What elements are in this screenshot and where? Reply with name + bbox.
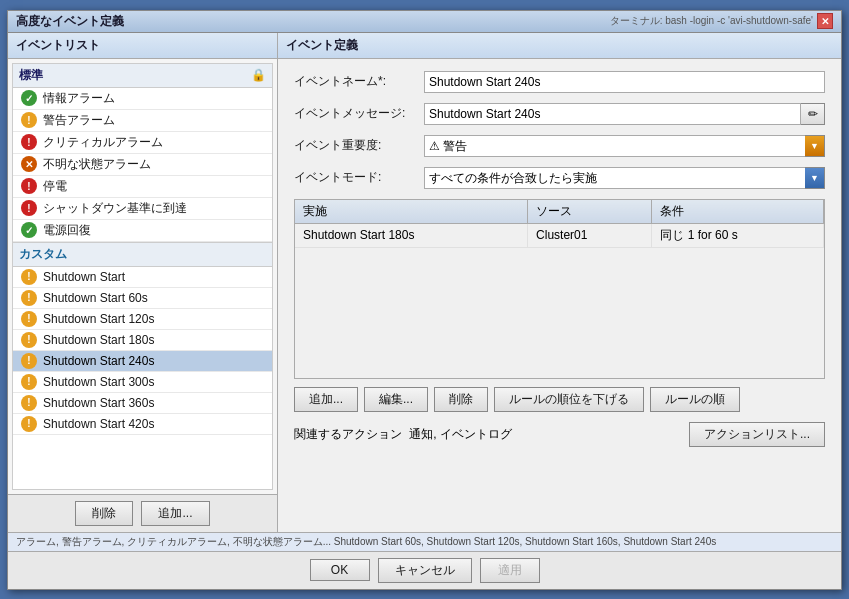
dialog-footer-area: アラーム, 警告アラーム, クリティカルアラーム, 不明な状態アラーム... S… bbox=[8, 532, 841, 589]
right-panel: イベント定義 イベントネーム*: イベントメッセージ: ✏ bbox=[278, 33, 841, 532]
status-bar: アラーム, 警告アラーム, クリティカルアラーム, 不明な状態アラーム... S… bbox=[8, 532, 841, 551]
shutdown-start-120-label: Shutdown Start 120s bbox=[43, 312, 154, 326]
shutdown-start-240-icon: ! bbox=[21, 353, 37, 369]
info-alarm-label: 情報アラーム bbox=[43, 90, 115, 107]
shutdown-start-300-label: Shutdown Start 300s bbox=[43, 375, 154, 389]
left-panel-header: イベントリスト bbox=[8, 33, 277, 59]
rule-action: Shutdown Start 180s bbox=[295, 223, 528, 247]
shutdown-start-180-label: Shutdown Start 180s bbox=[43, 333, 154, 347]
shutdown-start-420-icon: ! bbox=[21, 416, 37, 432]
rules-header-condition: 条件 bbox=[652, 200, 824, 224]
rule-source: Cluster01 bbox=[528, 223, 652, 247]
add-rule-button[interactable]: 追加... bbox=[294, 387, 358, 412]
event-mode-label: イベントモード: bbox=[294, 169, 424, 186]
dialog-footer: OK キャンセル 適用 bbox=[8, 551, 841, 589]
dialog-body: イベントリスト 標準 🔒 ✓ 情報アラーム ! 警告アラーム ! クリティカルア bbox=[8, 33, 841, 532]
unknown-alarm-icon: ✕ bbox=[21, 156, 37, 172]
cancel-button[interactable]: キャンセル bbox=[378, 558, 472, 583]
event-severity-row: イベント重要度: ⚠ 警告 情報 クリティカル ▼ bbox=[294, 135, 825, 157]
rule-action-buttons: 追加... 編集... 削除 ルールの順位を下げる ルールの順 bbox=[294, 387, 825, 412]
shutdown-start-360-icon: ! bbox=[21, 395, 37, 411]
list-item-shutdown-start-360[interactable]: ! Shutdown Start 360s bbox=[13, 393, 272, 414]
critical-alarm-icon: ! bbox=[21, 134, 37, 150]
rules-header-action: 実施 bbox=[295, 200, 528, 224]
event-name-input[interactable] bbox=[424, 71, 825, 93]
action-list-button[interactable]: アクションリスト... bbox=[689, 422, 825, 447]
raise-priority-button[interactable]: ルールの順 bbox=[650, 387, 740, 412]
list-item-unknown-alarm[interactable]: ✕ 不明な状態アラーム bbox=[13, 154, 272, 176]
list-item-shutdown-start-180[interactable]: ! Shutdown Start 180s bbox=[13, 330, 272, 351]
rules-table-container: 実施 ソース 条件 Shutdown Start 180s Cluster01 … bbox=[294, 199, 825, 379]
event-message-input[interactable] bbox=[424, 103, 801, 125]
terminal-text: ターミナル: bash -login -c 'avi-shutdown-safe… bbox=[610, 14, 813, 28]
related-actions-row: 関連するアクション 通知, イベントログ アクションリスト... bbox=[294, 422, 825, 447]
title-bar-right: ターミナル: bash -login -c 'avi-shutdown-safe… bbox=[610, 13, 833, 29]
add-event-button[interactable]: 追加... bbox=[141, 501, 209, 526]
edit-rule-button[interactable]: 編集... bbox=[364, 387, 428, 412]
event-severity-select-wrapper: ⚠ 警告 情報 クリティカル ▼ bbox=[424, 135, 825, 157]
shutdown-start-180-icon: ! bbox=[21, 332, 37, 348]
power-restore-icon: ✓ bbox=[21, 222, 37, 238]
shutdown-start-300-icon: ! bbox=[21, 374, 37, 390]
shutdown-start-60-label: Shutdown Start 60s bbox=[43, 291, 148, 305]
list-item-shutdown-threshold[interactable]: ! シャットダウン基準に到達 bbox=[13, 198, 272, 220]
shutdown-start-360-label: Shutdown Start 360s bbox=[43, 396, 154, 410]
close-button[interactable]: ✕ bbox=[817, 13, 833, 29]
left-panel-footer: 削除 追加... bbox=[8, 494, 277, 532]
title-bar: 高度なイベント定義 ターミナル: bash -login -c 'avi-shu… bbox=[8, 11, 841, 33]
standard-label: 標準 bbox=[19, 67, 43, 84]
list-item-critical-alarm[interactable]: ! クリティカルアラーム bbox=[13, 132, 272, 154]
shutdown-threshold-icon: ! bbox=[21, 200, 37, 216]
event-mode-select-wrapper: すべての条件が合致したら実施 いずれかの条件が合致したら実施 ▼ bbox=[424, 167, 825, 189]
delete-rule-button[interactable]: 削除 bbox=[434, 387, 488, 412]
event-severity-select[interactable]: ⚠ 警告 情報 クリティカル bbox=[424, 135, 825, 157]
event-name-row: イベントネーム*: bbox=[294, 71, 825, 93]
apply-button[interactable]: 適用 bbox=[480, 558, 540, 583]
table-row[interactable]: Shutdown Start 180s Cluster01 同じ 1 for 6… bbox=[295, 223, 824, 247]
shutdown-start-label: Shutdown Start bbox=[43, 270, 125, 284]
event-severity-label: イベント重要度: bbox=[294, 137, 424, 154]
event-mode-select[interactable]: すべての条件が合致したら実施 いずれかの条件が合致したら実施 bbox=[424, 167, 825, 189]
lower-priority-button[interactable]: ルールの順位を下げる bbox=[494, 387, 644, 412]
info-alarm-icon: ✓ bbox=[21, 90, 37, 106]
list-item-shutdown-start-120[interactable]: ! Shutdown Start 120s bbox=[13, 309, 272, 330]
right-panel-content: イベントネーム*: イベントメッセージ: ✏ イベント重要度: bbox=[278, 59, 841, 532]
shutdown-start-240-label: Shutdown Start 240s bbox=[43, 354, 154, 368]
ok-button[interactable]: OK bbox=[310, 559, 370, 581]
list-item-shutdown-start-60[interactable]: ! Shutdown Start 60s bbox=[13, 288, 272, 309]
right-panel-header: イベント定義 bbox=[278, 33, 841, 59]
main-dialog: 高度なイベント定義 ターミナル: bash -login -c 'avi-shu… bbox=[7, 10, 842, 590]
list-item-shutdown-start-420[interactable]: ! Shutdown Start 420s bbox=[13, 414, 272, 435]
delete-event-button[interactable]: 削除 bbox=[75, 501, 133, 526]
related-actions-text: 関連するアクション 通知, イベントログ bbox=[294, 426, 512, 443]
critical-alarm-label: クリティカルアラーム bbox=[43, 134, 163, 151]
shutdown-start-icon: ! bbox=[21, 269, 37, 285]
event-message-edit-button[interactable]: ✏ bbox=[801, 103, 825, 125]
rules-table: 実施 ソース 条件 Shutdown Start 180s Cluster01 … bbox=[295, 200, 824, 248]
warning-alarm-label: 警告アラーム bbox=[43, 112, 115, 129]
rules-header-source: ソース bbox=[528, 200, 652, 224]
custom-section-header: カスタム bbox=[13, 242, 272, 267]
event-message-row: イベントメッセージ: ✏ bbox=[294, 103, 825, 125]
power-restore-label: 電源回復 bbox=[43, 222, 91, 239]
list-item-power-restore[interactable]: ✓ 電源回復 bbox=[13, 220, 272, 242]
warning-alarm-icon: ! bbox=[21, 112, 37, 128]
list-item-warning-alarm[interactable]: ! 警告アラーム bbox=[13, 110, 272, 132]
shutdown-start-420-label: Shutdown Start 420s bbox=[43, 417, 154, 431]
power-failure-icon: ! bbox=[21, 178, 37, 194]
unknown-alarm-label: 不明な状態アラーム bbox=[43, 156, 151, 173]
dialog-title: 高度なイベント定義 bbox=[16, 13, 124, 30]
related-actions-value: 通知, イベントログ bbox=[409, 427, 512, 441]
list-item-power-failure[interactable]: ! 停電 bbox=[13, 176, 272, 198]
list-item-shutdown-start-300[interactable]: ! Shutdown Start 300s bbox=[13, 372, 272, 393]
shutdown-start-120-icon: ! bbox=[21, 311, 37, 327]
list-item-shutdown-start-240[interactable]: ! Shutdown Start 240s bbox=[13, 351, 272, 372]
left-panel: イベントリスト 標準 🔒 ✓ 情報アラーム ! 警告アラーム ! クリティカルア bbox=[8, 33, 278, 532]
event-mode-row: イベントモード: すべての条件が合致したら実施 いずれかの条件が合致したら実施 … bbox=[294, 167, 825, 189]
shutdown-start-60-icon: ! bbox=[21, 290, 37, 306]
list-item-shutdown-start[interactable]: ! Shutdown Start bbox=[13, 267, 272, 288]
event-message-input-group: ✏ bbox=[424, 103, 825, 125]
shutdown-threshold-label: シャットダウン基準に到達 bbox=[43, 200, 187, 217]
rule-condition: 同じ 1 for 60 s bbox=[652, 223, 824, 247]
list-item-info-alarm[interactable]: ✓ 情報アラーム bbox=[13, 88, 272, 110]
